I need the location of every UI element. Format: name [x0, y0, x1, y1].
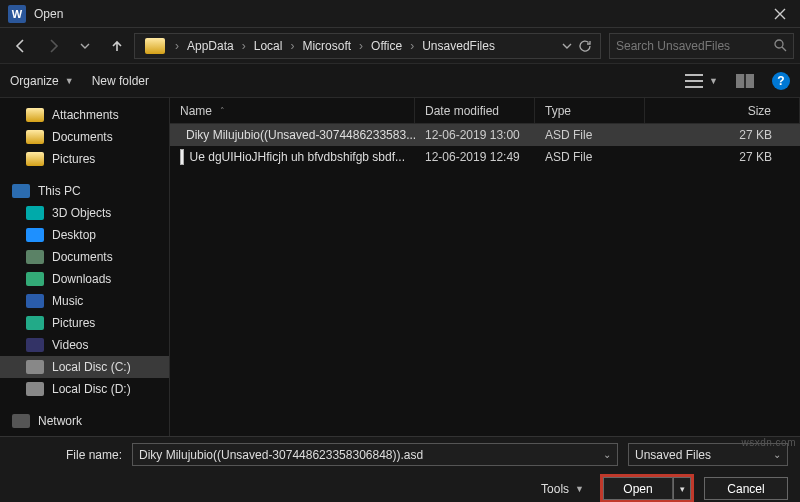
recent-dropdown[interactable]	[70, 33, 100, 59]
tools-menu[interactable]: Tools ▼	[541, 482, 584, 496]
chevron-down-icon: ⌄	[603, 449, 611, 460]
sidebar-item-local-disc-d-[interactable]: Local Disc (D:)	[0, 378, 169, 400]
sidebar-item-label: Network	[38, 414, 82, 428]
sidebar-item-attachments[interactable]: Attachments	[0, 104, 169, 126]
column-header-name[interactable]: Name ˄	[170, 98, 415, 123]
view-mode-button[interactable]: ▼	[685, 74, 718, 88]
window-title: Open	[34, 7, 760, 21]
back-button[interactable]	[6, 33, 36, 59]
file-rows: Diky Milujubio((Unsaved-3074486233583...…	[170, 124, 800, 436]
sidebar-item-label: Pictures	[52, 316, 95, 330]
chevron-down-icon	[80, 41, 90, 51]
navigation-tree[interactable]: AttachmentsDocumentsPicturesThis PC3D Ob…	[0, 98, 170, 436]
filetype-value: Unsaved Files	[635, 448, 711, 462]
sidebar-item-downloads[interactable]: Downloads	[0, 268, 169, 290]
svg-point-0	[775, 40, 783, 48]
sidebar-item-desktop[interactable]: Desktop	[0, 224, 169, 246]
sidebar-item-label: Documents	[52, 250, 113, 264]
open-button[interactable]: Open	[603, 477, 673, 500]
menu-caret-icon: ▼	[709, 76, 718, 86]
sidebar-item-label: Attachments	[52, 108, 119, 122]
file-date-cell: 12-06-2019 13:00	[415, 128, 535, 142]
window-close-button[interactable]	[760, 0, 800, 28]
up-button[interactable]	[102, 33, 132, 59]
column-header-size[interactable]: Size	[645, 98, 800, 123]
refresh-icon[interactable]	[578, 39, 592, 53]
sidebar-item-label: Downloads	[52, 272, 111, 286]
file-name-text: Ue dgUIHioJHficjh uh bfvdbshifgb sbdf...	[190, 150, 405, 164]
crumb-office[interactable]: Office	[367, 39, 406, 53]
column-label: Date modified	[425, 104, 499, 118]
menu-caret-icon: ▼	[65, 76, 74, 86]
sidebar-item-3d-objects[interactable]: 3D Objects	[0, 202, 169, 224]
vids-icon	[26, 338, 44, 352]
forward-button[interactable]	[38, 33, 68, 59]
down-icon	[26, 272, 44, 286]
sidebar-item-label: Pictures	[52, 152, 95, 166]
preview-pane-button[interactable]	[736, 74, 754, 88]
chevron-down-icon[interactable]	[562, 41, 572, 51]
file-row[interactable]: Ue dgUIHioJHficjh uh bfvdbshifgb sbdf...…	[170, 146, 800, 168]
disc-icon	[26, 360, 44, 374]
thispc-icon	[12, 184, 30, 198]
crumb-microsoft[interactable]: Microsoft	[298, 39, 355, 53]
sidebar-item-music[interactable]: Music	[0, 290, 169, 312]
sidebar-item-videos[interactable]: Videos	[0, 334, 169, 356]
search-box[interactable]	[609, 33, 794, 59]
new-folder-button[interactable]: New folder	[92, 74, 149, 88]
address-bar[interactable]: › AppData › Local › Microsoft › Office ›…	[134, 33, 601, 59]
search-input[interactable]	[616, 39, 768, 53]
sidebar-item-pictures[interactable]: Pictures	[0, 312, 169, 334]
file-date-cell: 12-06-2019 12:49	[415, 150, 535, 164]
crumb-local[interactable]: Local	[250, 39, 287, 53]
organize-menu[interactable]: Organize ▼	[10, 74, 74, 88]
chevron-down-icon: ⌄	[773, 449, 781, 460]
docs-icon	[26, 250, 44, 264]
help-button[interactable]: ?	[772, 72, 790, 90]
sidebar-item-documents[interactable]: Documents	[0, 126, 169, 148]
menu-caret-icon: ▼	[575, 484, 584, 494]
open-label: Open	[623, 482, 652, 496]
column-header-type[interactable]: Type	[535, 98, 645, 123]
column-label: Name	[180, 104, 212, 118]
arrow-right-icon	[45, 38, 61, 54]
file-icon	[180, 149, 184, 165]
sidebar-item-label: Local Disc (D:)	[52, 382, 131, 396]
net-icon	[12, 414, 30, 428]
disc-icon	[26, 382, 44, 396]
file-list-pane: Name ˄ Date modified Type Size Diky Milu…	[170, 98, 800, 436]
crumb-appdata[interactable]: AppData	[183, 39, 238, 53]
music-icon	[26, 294, 44, 308]
arrow-up-icon	[109, 38, 125, 54]
chevron-right-icon: ›	[288, 39, 296, 53]
chevron-right-icon: ›	[408, 39, 416, 53]
filename-label: File name:	[12, 448, 122, 462]
open-button-highlight: Open ▾	[600, 474, 694, 502]
sidebar-item-documents[interactable]: Documents	[0, 246, 169, 268]
folder-icon	[26, 130, 44, 144]
watermark: wsxdn.com	[741, 437, 796, 448]
sidebar-item-label: Desktop	[52, 228, 96, 242]
file-name-text: Diky Milujubio((Unsaved-3074486233583...	[186, 128, 415, 142]
crumb-unsavedfiles[interactable]: UnsavedFiles	[418, 39, 499, 53]
column-header-date[interactable]: Date modified	[415, 98, 535, 123]
sidebar-item-local-disc-c-[interactable]: Local Disc (C:)	[0, 356, 169, 378]
cancel-button[interactable]: Cancel	[704, 477, 788, 500]
menu-caret-icon: ▾	[680, 484, 685, 494]
sidebar-header-network[interactable]: Network	[0, 410, 169, 432]
column-label: Type	[545, 104, 571, 118]
file-type-cell: ASD File	[535, 150, 645, 164]
filename-combo[interactable]: Diky Milujubio((Unsaved-3074486233583068…	[132, 443, 618, 466]
sort-indicator-icon: ˄	[220, 106, 225, 116]
sidebar-item-label: 3D Objects	[52, 206, 111, 220]
file-size-cell: 27 KB	[645, 150, 800, 164]
open-dropdown-button[interactable]: ▾	[673, 477, 691, 500]
command-bar: Organize ▼ New folder ▼ ?	[0, 64, 800, 98]
sidebar-header-this-pc[interactable]: This PC	[0, 180, 169, 202]
nav-bar: › AppData › Local › Microsoft › Office ›…	[0, 28, 800, 64]
pics-icon	[26, 316, 44, 330]
3d-icon	[26, 206, 44, 220]
sidebar-item-pictures[interactable]: Pictures	[0, 148, 169, 170]
sidebar-item-label: This PC	[38, 184, 81, 198]
file-row[interactable]: Diky Milujubio((Unsaved-3074486233583...…	[170, 124, 800, 146]
